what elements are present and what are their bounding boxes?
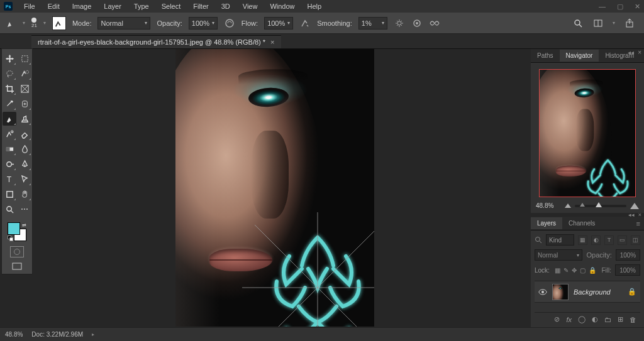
menu-edit[interactable]: Edit [43,1,65,11]
status-doc-info[interactable]: Doc: 3.22M/2.96M [31,331,83,338]
tab-layers[interactable]: Layers [531,217,562,229]
menu-help[interactable]: Help [303,1,327,11]
new-layer-icon[interactable]: ⊞ [618,315,623,323]
lock-artboard-icon[interactable]: ▢ [580,267,586,274]
zoom-tool[interactable] [3,202,16,216]
chevron-down-icon[interactable]: ▾ [43,20,46,26]
menu-3d[interactable]: 3D [216,1,235,11]
filter-smart-icon[interactable]: ◫ [631,235,640,245]
smoothing-gear-icon[interactable] [394,18,405,29]
lock-icon[interactable]: 🔒 [628,288,636,296]
layer-fill-input[interactable]: 100% [615,264,640,276]
panel-menu-icon[interactable]: ≡ [633,220,644,227]
blur-tool[interactable] [18,142,31,156]
zoom-out-icon[interactable] [565,203,571,208]
color-swatches[interactable]: ⇄ [8,222,26,241]
dodge-tool[interactable] [3,157,16,171]
layer-name[interactable]: Background [574,288,623,296]
tab-navigator[interactable]: Navigator [560,50,599,62]
lock-position-icon[interactable]: ✥ [572,267,577,274]
layer-group-icon[interactable]: 🗀 [604,316,611,323]
navigator-zoom-value[interactable]: 48.8% [536,202,561,209]
crop-tool[interactable] [3,82,16,95]
link-layers-icon[interactable]: ⊘ [554,315,560,323]
symmetry-icon[interactable] [429,18,440,29]
lock-pixels-icon[interactable]: ✎ [564,267,569,274]
menu-filter[interactable]: Filter [188,1,213,11]
clone-stamp-tool[interactable] [18,112,31,126]
shape-tool[interactable] [3,187,16,201]
status-zoom[interactable]: 48.8% [5,331,23,338]
panel-collapse-icons[interactable]: ◂◂× [628,49,641,56]
airbrush-icon[interactable] [299,18,311,29]
document-tab[interactable]: rtrait-of-a-girl-eyes-black-background-g… [31,35,281,48]
navigator-zoom-slider[interactable] [575,205,626,207]
delete-layer-icon[interactable]: 🗑 [630,316,636,323]
zoom-in-icon[interactable] [630,203,639,209]
type-tool[interactable]: T [3,172,16,186]
screen-mode-toggle[interactable] [10,261,24,271]
navigator-thumbnail[interactable] [539,69,636,197]
default-colors-icon[interactable] [8,235,13,241]
chevron-down-icon[interactable]: ▾ [23,20,25,26]
status-info-caret[interactable]: ▸ [92,332,94,337]
close-button[interactable]: ✕ [635,3,640,11]
lasso-tool[interactable] [3,67,16,80]
filter-shape-icon[interactable]: ▭ [618,235,627,245]
chevron-down-icon[interactable]: ▾ [613,20,615,26]
brush-panel-toggle[interactable] [52,16,66,30]
share-icon[interactable] [624,18,635,29]
healing-brush-tool[interactable] [18,97,31,111]
smoothing-input[interactable]: 1%▾ [358,17,387,30]
size-pressure-icon[interactable] [411,18,423,29]
opacity-pressure-icon[interactable] [224,18,235,29]
swap-colors-icon[interactable]: ⇄ [22,222,26,228]
move-tool[interactable] [3,51,16,65]
quick-select-tool[interactable] [18,67,31,80]
lock-transparent-icon[interactable]: ▦ [555,267,560,274]
document-canvas[interactable] [175,49,374,327]
adjustment-layer-icon[interactable]: ◐ [592,315,598,323]
layer-blend-mode-select[interactable]: Normal▾ [535,249,582,261]
layer-thumbnail[interactable] [552,284,569,300]
menu-select[interactable]: Select [157,1,186,11]
flow-input[interactable]: 100%▾ [264,17,293,30]
lock-all-icon[interactable]: 🔒 [589,267,596,274]
layer-visibility-toggle[interactable] [538,289,547,295]
menu-layer[interactable]: Layer [99,1,126,11]
quick-mask-toggle[interactable] [10,246,24,257]
eraser-tool[interactable] [18,127,31,141]
layer-kind-filter[interactable]: Kind [546,234,574,246]
gradient-tool[interactable] [3,142,16,156]
edit-toolbar[interactable]: ⋯ [18,202,31,216]
tool-preset-picker[interactable] [6,18,16,28]
menu-image[interactable]: Image [67,1,97,11]
tab-channels[interactable]: Channels [562,217,601,229]
layer-opacity-input[interactable]: 100% [616,249,640,261]
history-brush-tool[interactable] [3,127,16,141]
opacity-input[interactable]: 100%▾ [189,17,218,30]
close-tab-icon[interactable]: × [270,38,274,46]
menu-view[interactable]: View [238,1,263,11]
menu-window[interactable]: Window [265,1,299,11]
brush-tool[interactable] [3,112,16,126]
search-icon[interactable] [572,18,584,29]
eyedropper-tool[interactable] [3,97,16,111]
canvas-area[interactable] [0,49,531,327]
frame-tool[interactable] [18,82,31,95]
minimize-button[interactable]: — [599,3,606,11]
layer-item[interactable]: Background 🔒 [535,281,640,303]
tab-paths[interactable]: Paths [531,50,560,62]
foreground-color[interactable] [8,222,20,235]
pen-tool[interactable] [18,157,31,171]
path-select-tool[interactable] [18,172,31,186]
maximize-button[interactable]: ▢ [617,3,623,11]
hand-tool[interactable] [18,187,31,201]
layer-style-icon[interactable]: fx [566,316,572,323]
menu-type[interactable]: Type [129,1,154,11]
filter-type-icon[interactable]: T [604,235,614,245]
panel-divider[interactable]: ◂◂× [531,213,644,217]
brush-preset-picker[interactable]: 21 [31,18,37,28]
menu-file[interactable]: File [19,1,40,11]
artboard-tool[interactable] [18,51,31,65]
